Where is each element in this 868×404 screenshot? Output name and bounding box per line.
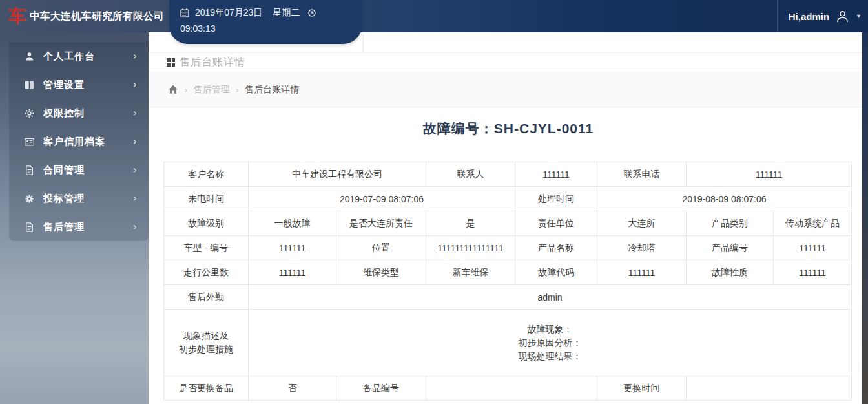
- brand: 车 中车大连机车研究所有限公司: [0, 8, 149, 25]
- label-cell: 是否大连所责任: [336, 211, 426, 236]
- current-weekday: 星期二: [273, 7, 300, 19]
- sidebar-item-label: 客户信用档案: [43, 136, 133, 148]
- label-cell: 故障级别: [164, 211, 249, 236]
- value-cell: 111111111111111: [426, 236, 515, 260]
- table-row: 是否更换备品 否 备品编号 更换时间: [164, 376, 852, 401]
- user-greeting: Hi,admin: [789, 11, 829, 22]
- value-cell: 111111: [515, 162, 597, 187]
- sidebar-item-aftersales-management[interactable]: 售后管理 ›: [9, 213, 149, 241]
- label-cell: 位置: [336, 236, 426, 260]
- sidebar: 个人工作台 › 管理设置 ›: [0, 32, 149, 404]
- app-window: 车 中车大连机车研究所有限公司 Hi,admin ▼: [0, 0, 868, 404]
- gear-outline-icon: [24, 108, 35, 119]
- sidebar-item-bidding-management[interactable]: 投标管理 ›: [9, 184, 149, 213]
- gear-solid-icon: [24, 193, 35, 204]
- value-cell: 是: [426, 211, 515, 236]
- company-name: 中车大连机车研究所有限公司: [30, 10, 164, 23]
- value-cell: 一般故障: [249, 211, 336, 236]
- home-icon[interactable]: [168, 85, 178, 94]
- topbar-divider: [777, 0, 778, 32]
- user-menu[interactable]: Hi,admin ▼: [789, 0, 862, 32]
- chevron-right-icon: ›: [133, 136, 137, 147]
- tab-strip-divider: [363, 34, 364, 52]
- breadcrumb-current: 售后台账详情: [245, 84, 299, 96]
- value-cell: 大连所: [597, 211, 687, 236]
- value-cell: 111111: [774, 236, 852, 260]
- sidebar-item-label: 合同管理: [43, 164, 133, 176]
- label-cell: 现象描述及 初步处理措施: [164, 310, 249, 376]
- clock-icon: [307, 8, 316, 17]
- chevron-right-icon: ›: [133, 221, 137, 233]
- label-cell: 更换时间: [597, 376, 687, 401]
- id-card-icon: [24, 136, 35, 147]
- table-row: 售后外勤 admin: [164, 285, 852, 310]
- sidebar-item-label: 个人工作台: [43, 50, 133, 63]
- label-cell: 责任单位: [515, 211, 597, 236]
- aftersales-detail-table: 客户名称 中车建设工程有限公司 联系人 111111 联系电话 111111 来…: [163, 162, 852, 401]
- user-icon: [24, 51, 35, 62]
- page-title-bar: 售后台账详情: [149, 53, 868, 72]
- value-cell: 111111: [597, 260, 687, 285]
- label-cell: 联系人: [426, 162, 515, 187]
- label-cell: 车型 - 编号: [164, 236, 249, 260]
- breadcrumb-separator: ›: [236, 85, 240, 95]
- chevron-right-icon: ›: [133, 79, 137, 90]
- sidebar-item-personal-workbench[interactable]: 个人工作台 ›: [9, 42, 149, 70]
- fault-number-title: 故障编号：SH-CJYL-0011: [149, 120, 868, 138]
- detail-content: 故障编号：SH-CJYL-0011 客户名称 中车建设工程有限公司 联系人 11…: [149, 107, 868, 401]
- value-cell: 111111: [249, 260, 336, 285]
- page-title: 售后台账详情: [180, 56, 245, 69]
- table-row: 故障级别 一般故障 是否大连所责任 是 责任单位 大连所 产品类别 传动系统产品: [164, 211, 852, 236]
- main-area: 售后台账详情 › 售后管理 › 售后台账详情 故障编号：SH-CJYL-0011: [149, 32, 868, 404]
- datetime-widget: 2019年07月23日 星期二 09:03:13: [169, 0, 362, 44]
- current-date: 2019年07月23日: [195, 7, 262, 19]
- columns-icon: [24, 80, 35, 90]
- table-row: 现象描述及 初步处理措施 故障现象： 初步原因分析： 现场处理结果：: [164, 310, 852, 376]
- table-row: 来电时间 2019-07-09 08:07:06 处理时间 2019-08-09…: [164, 187, 852, 211]
- user-avatar-icon: [834, 8, 851, 25]
- value-cell: 2019-07-09 08:07:06: [249, 187, 515, 211]
- value-cell: 2019-08-09 08:07:06: [597, 187, 852, 211]
- label-cell: 故障性质: [687, 260, 774, 285]
- value-cell: 111111: [249, 236, 336, 260]
- document-icon: [24, 165, 35, 176]
- sidebar-menu: 个人工作台 › 管理设置 ›: [9, 42, 149, 241]
- label-cell: 客户名称: [164, 162, 249, 187]
- breadcrumb-separator: ›: [184, 85, 188, 95]
- label-cell: 售后外勤: [164, 285, 249, 310]
- label-cell: 产品名称: [515, 236, 597, 260]
- table-row: 客户名称 中车建设工程有限公司 联系人 111111 联系电话 111111: [164, 162, 852, 187]
- value-cell: 111111: [774, 260, 852, 285]
- label-cell: 维保类型: [336, 260, 426, 285]
- value-cell: [426, 376, 597, 401]
- chevron-right-icon: ›: [133, 107, 137, 119]
- sidebar-item-permission-control[interactable]: 权限控制 ›: [9, 99, 149, 127]
- chevron-right-icon: ›: [133, 164, 137, 176]
- sidebar-item-contract-management[interactable]: 合同管理 ›: [9, 156, 149, 184]
- sidebar-item-management-settings[interactable]: 管理设置 ›: [9, 70, 149, 99]
- calendar-icon: [180, 8, 190, 18]
- chevron-down-icon: ▼: [856, 13, 862, 19]
- current-time: 09:03:13: [169, 19, 362, 34]
- label-cell: 来电时间: [164, 187, 249, 211]
- document-icon: [24, 222, 35, 233]
- value-cell: 故障现象： 初步原因分析： 现场处理结果：: [249, 310, 852, 376]
- chevron-right-icon: ›: [133, 193, 137, 204]
- grid-icon: [167, 58, 175, 67]
- breadcrumb: › 售后管理 › 售后台账详情: [149, 72, 868, 107]
- value-cell: 否: [249, 376, 336, 401]
- value-cell: admin: [249, 285, 852, 310]
- sidebar-item-customer-credit-archive[interactable]: 客户信用档案 ›: [9, 127, 149, 156]
- breadcrumb-link-aftersales[interactable]: 售后管理: [194, 84, 230, 96]
- label-cell: 联系电话: [597, 162, 687, 187]
- value-cell: 冷却塔: [597, 236, 687, 260]
- value-cell: 中车建设工程有限公司: [249, 162, 426, 187]
- label-cell: 故障代码: [515, 260, 597, 285]
- sidebar-item-label: 投标管理: [43, 193, 133, 205]
- scrollbar[interactable]: [862, 32, 868, 404]
- value-cell: 111111: [687, 162, 852, 187]
- label-cell: 处理时间: [515, 187, 597, 211]
- label-cell: 产品类别: [687, 211, 774, 236]
- sidebar-item-label: 管理设置: [43, 79, 133, 91]
- table-row: 走行公里数 111111 维保类型 新车维保 故障代码 111111 故障性质 …: [164, 260, 852, 285]
